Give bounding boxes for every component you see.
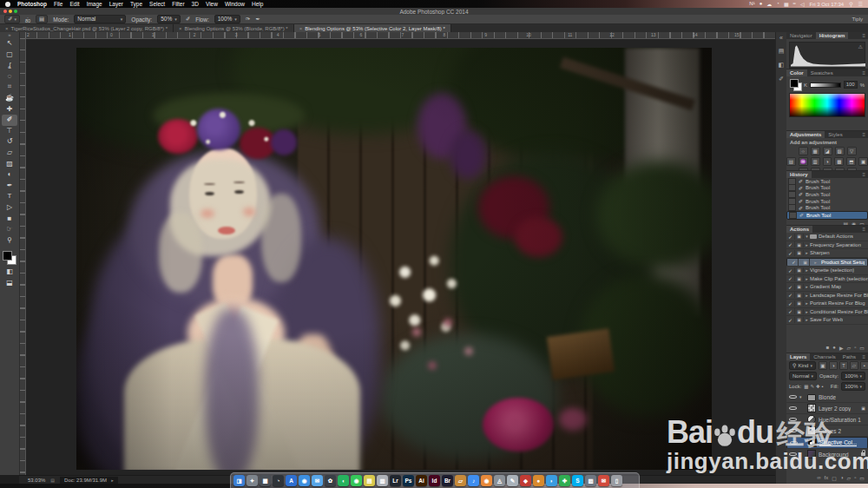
actions-footer-icon[interactable]: ▫ — [854, 345, 856, 351]
opacity-select[interactable]: 50% ▾ — [157, 15, 181, 23]
dock-icon[interactable]: ◉ — [351, 475, 362, 486]
dock-icon[interactable]: Br — [442, 475, 453, 486]
color-spectrum-ramp[interactable] — [789, 93, 865, 117]
menu-item[interactable]: Layer — [109, 1, 123, 7]
tab-layers[interactable]: Layers — [786, 353, 810, 360]
tool-button[interactable]: ✐ — [2, 115, 17, 126]
dock-icon[interactable]: ▨ — [585, 475, 596, 486]
document-tab[interactable]: × TigerRiceStudios_ChangeHair.psd @ 53% … — [0, 24, 174, 32]
k-channel-value[interactable]: 100 — [844, 81, 858, 89]
tab-color[interactable]: Color — [786, 69, 807, 76]
menu-item[interactable]: Edit — [69, 1, 79, 7]
spotlight-icon[interactable]: ⚲ — [849, 1, 852, 7]
dock-icon[interactable]: ◖ — [338, 475, 349, 486]
status-icon[interactable]: ◔ — [776, 1, 779, 7]
expand-arrow-icon[interactable]: ▾ — [804, 234, 810, 239]
dock-icon[interactable]: ▤ — [364, 475, 375, 486]
status-icon[interactable]: ▦ — [784, 1, 789, 7]
layer-blend-mode-select[interactable]: Normal ▾ — [789, 372, 817, 380]
expand-arrow-icon[interactable]: ▾ — [799, 394, 805, 399]
history-state-row[interactable]: ✐ Brush Tool — [786, 191, 868, 198]
panel-menu-icon[interactable]: ≡ — [862, 69, 868, 76]
adjustment-icon[interactable]: ▣ — [858, 157, 868, 166]
dock-icon[interactable]: ▱ — [455, 475, 466, 486]
layer-filter-icon[interactable]: ▣ — [819, 361, 827, 370]
action-modal-toggle[interactable]: ▣ — [795, 276, 804, 281]
layer-thumbnail[interactable] — [807, 404, 816, 412]
action-toggle-check[interactable]: ✓ — [786, 284, 795, 290]
history-state-row[interactable]: ✐ Brush Tool — [786, 178, 868, 185]
layer-filter-icon[interactable]: T — [839, 361, 848, 370]
action-toggle-check[interactable]: ✓ — [786, 275, 795, 281]
action-toggle-check[interactable]: ✓ — [786, 234, 795, 240]
workspace-switcher[interactable]: Tiply — [852, 15, 863, 24]
dock-icon[interactable]: ♪ — [468, 475, 479, 486]
action-row[interactable]: ✓ ▣ ▸ Gradient Map — [786, 283, 868, 292]
expand-arrow-icon[interactable]: ▸ — [804, 293, 810, 298]
layers-footer-icon[interactable]: ▭ — [859, 475, 865, 481]
dock-icon[interactable]: A — [286, 475, 297, 486]
actions-footer-icon[interactable]: ● — [832, 345, 836, 351]
layer-name[interactable]: Blonde — [819, 394, 836, 400]
menu-item[interactable]: Select — [149, 1, 165, 7]
tab-channels[interactable]: Channels — [810, 353, 838, 360]
k-channel-slider[interactable] — [810, 82, 841, 88]
adjustment-icon[interactable]: ▤ — [786, 157, 796, 166]
history-state-row[interactable]: ✐ Brush Tool — [786, 204, 868, 211]
adjustment-icon[interactable]: ◑ — [823, 157, 832, 166]
action-toggle-check[interactable]: ✓ — [786, 300, 795, 307]
dock-icon[interactable]: ▥ — [377, 475, 388, 486]
document-size-indicator[interactable]: Doc: 23.9M/31.9M ▸ — [60, 477, 118, 484]
tool-button[interactable]: T — [2, 191, 17, 202]
action-toggle-check[interactable]: ✓ — [786, 317, 795, 323]
expand-arrow-icon[interactable]: ▸ — [804, 284, 810, 289]
status-icon[interactable]: ● — [760, 1, 763, 7]
dock-icon[interactable]: Ps — [403, 475, 414, 486]
tab-swatches[interactable]: Swatches — [807, 69, 837, 76]
expand-arrow-icon[interactable]: ▸ — [804, 250, 810, 255]
menu-clock[interactable]: Fri 3 Oct 17:34 — [810, 2, 845, 7]
vertical-ruler[interactable] — [19, 38, 26, 475]
actions-footer-icon[interactable]: ▶ — [839, 345, 844, 351]
status-menu-arrow-icon[interactable]: ▸ — [111, 477, 114, 484]
menu-item[interactable]: Type — [130, 1, 142, 7]
dock-icon[interactable]: ● — [533, 475, 544, 486]
dock-icon[interactable]: ◉ — [299, 475, 310, 486]
adjustment-icon[interactable]: ▩ — [834, 157, 844, 166]
menu-item[interactable]: Photoshop — [17, 1, 47, 7]
tool-button[interactable]: ▢ — [2, 49, 17, 61]
action-modal-toggle[interactable]: ▣ — [795, 267, 804, 273]
action-modal-toggle[interactable]: ▣ — [795, 309, 804, 314]
menu-item[interactable]: 3D — [192, 1, 199, 7]
color-swatch-pair[interactable] — [790, 79, 801, 90]
action-toggle-check[interactable]: ✓ — [786, 267, 795, 274]
action-row[interactable]: ✓ ▣ ▸ Conditional Resize For Blog — [786, 308, 868, 317]
panel-menu-icon[interactable]: ≡ — [862, 226, 868, 233]
document-tab[interactable]: × Blending Options @ 53% (Selective Colo… — [294, 24, 451, 32]
layer-opacity-select[interactable]: 100% ▾ — [841, 372, 865, 380]
action-modal-toggle[interactable]: ▣ — [795, 284, 804, 289]
expand-arrow-icon[interactable]: ▸ — [804, 242, 810, 247]
action-toggle-check[interactable]: ✓ — [786, 250, 795, 256]
layers-footer-icon[interactable]: fx — [825, 475, 829, 481]
document-canvas-photo[interactable] — [76, 48, 712, 470]
actions-footer-icon[interactable]: ■ — [826, 345, 830, 351]
layer-filter-icon[interactable]: ▪ — [860, 361, 868, 370]
layer-name[interactable]: Layer 2 copy — [819, 406, 851, 412]
close-tab-icon[interactable]: × — [299, 26, 303, 31]
quick-mask-button[interactable]: ◧ — [2, 267, 17, 278]
dock-icon[interactable]: ◗ — [546, 475, 557, 486]
history-state-row[interactable]: ✐ Brush Tool — [786, 211, 868, 220]
airbrush-icon[interactable]: ✑ — [246, 16, 250, 23]
collapsed-panel-icon[interactable]: « — [779, 35, 783, 41]
tool-button[interactable]: ☞ — [2, 224, 17, 235]
status-icon[interactable]: N¹ — [749, 1, 754, 7]
status-icon[interactable]: ≈ — [793, 1, 796, 7]
action-row[interactable]: ✓ ▣ ▸ Save For Web — [786, 316, 868, 325]
collapse-tools-icon[interactable]: » — [8, 32, 10, 38]
blend-mode-select[interactable]: Normal ▾ — [74, 15, 126, 23]
dock-icon[interactable]: ◨ — [233, 475, 245, 486]
visibility-eye-icon[interactable] — [789, 405, 797, 412]
layer-row-pixel[interactable]: Layer 2 copy ▣ — [786, 403, 868, 414]
action-row[interactable]: ✓ ▣ ▸ Product Shot Setup — [786, 258, 868, 267]
